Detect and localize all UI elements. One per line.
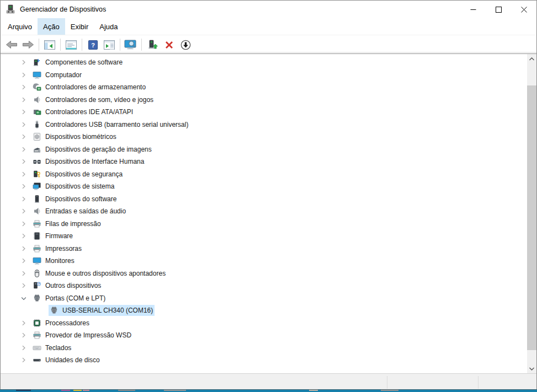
forward-button[interactable]	[20, 37, 36, 52]
device-manager-window: Gerenciador de Dispositivos ArquivoAçãoE…	[0, 0, 537, 389]
chevron-right-icon[interactable]	[19, 343, 28, 352]
chevron-right-icon[interactable]	[19, 170, 28, 179]
statusbar-separator	[478, 376, 478, 389]
chevron-right-icon[interactable]	[19, 207, 28, 216]
tree-item-usb-serial-ch340-com16[interactable]: USB-SERIAL CH340 (COM16)	[1, 304, 527, 317]
scroll-down-button[interactable]	[527, 364, 536, 373]
disable-device-button[interactable]	[177, 37, 194, 52]
tree-item-label: Processadores	[45, 319, 89, 327]
tree-item-monitores[interactable]: Monitores	[1, 255, 527, 267]
taskbar-edge	[0, 389, 537, 392]
chevron-right-icon[interactable]	[19, 58, 28, 67]
chevron-down-icon[interactable]	[19, 294, 28, 303]
tree-item-filas-de-impressao[interactable]: Filas de impressão	[1, 218, 527, 230]
hid-icon	[33, 157, 41, 166]
tree-item-label: Dispositivos do software	[45, 195, 116, 203]
menu-arquivo[interactable]: Arquivo	[2, 18, 38, 35]
chevron-right-icon[interactable]	[19, 269, 28, 278]
help-button[interactable]: ?	[84, 37, 101, 52]
toolbar: ?	[1, 36, 536, 54]
close-button[interactable]	[511, 1, 536, 18]
row-body: Computador	[31, 69, 83, 80]
window-play-icon	[104, 40, 115, 50]
chevron-right-icon[interactable]	[19, 195, 28, 203]
tree-item-processadores[interactable]: Processadores	[1, 317, 527, 330]
row-body: Dispositivos de geração de imagens	[31, 144, 153, 155]
toolbar-separator	[60, 39, 61, 51]
tree-item-controladores-de-armazenamento[interactable]: Controladores de armazenamento	[1, 81, 527, 94]
printer-icon	[33, 219, 41, 228]
minimize-button[interactable]	[460, 1, 486, 18]
menu-exibir[interactable]: Exibir	[65, 18, 94, 35]
scroll-up-button[interactable]	[527, 54, 536, 63]
chevron-right-icon[interactable]	[19, 95, 28, 104]
chevron-right-icon[interactable]	[19, 71, 28, 79]
scan-hardware-button[interactable]	[123, 37, 139, 52]
chevron-right-icon[interactable]	[19, 244, 28, 253]
tree-item-teclados[interactable]: Teclados	[1, 342, 527, 355]
row-body: ? Outros dispositivos	[31, 280, 103, 291]
row-body: Dispositivos de sistema	[31, 181, 116, 192]
software-device-icon	[33, 195, 41, 203]
tree-item-computador[interactable]: Computador	[1, 69, 527, 82]
properties-button[interactable]	[63, 37, 79, 52]
tree-item-dispositivos-de-interface-humana[interactable]: Dispositivos de Interface Humana	[1, 155, 527, 168]
maximize-button[interactable]	[486, 1, 511, 18]
tree-item-dispositivos-do-software[interactable]: Dispositivos do software	[1, 193, 527, 206]
chevron-right-icon[interactable]	[19, 132, 28, 141]
tree-item-dispositivos-de-seguranca[interactable]: Dispositivos de segurança	[1, 168, 527, 181]
tree-item-componentes-de-software[interactable]: Componentes de software	[1, 56, 527, 69]
standard-window-button[interactable]	[101, 37, 118, 52]
tree-item-label: Entradas e saídas de áudio	[45, 207, 126, 215]
close-icon	[521, 7, 527, 13]
row-body: Entradas e saídas de áudio	[31, 206, 127, 217]
chevron-right-icon[interactable]	[19, 182, 28, 191]
tree-item-dispositivos-biometricos[interactable]: Dispositivos biométricos	[1, 131, 527, 143]
taskbar-icon-edge	[118, 390, 135, 391]
tree-item-impressoras[interactable]: Impressoras	[1, 243, 527, 255]
menu-ajuda[interactable]: Ajuda	[94, 18, 123, 35]
chevron-right-icon[interactable]	[19, 319, 28, 327]
back-button[interactable]	[3, 37, 20, 52]
chevron-right-icon[interactable]	[19, 281, 28, 290]
storage-icon	[33, 83, 41, 92]
taskbar-icon-edge	[309, 390, 318, 391]
scrollbar-thumb[interactable]	[527, 85, 536, 350]
tree-item-label: USB-SERIAL CH340 (COM16)	[62, 307, 153, 314]
chevron-right-icon[interactable]	[19, 83, 28, 92]
tree-item-portas-com-e-lpt[interactable]: Portas (COM e LPT)	[1, 292, 527, 305]
vertical-scrollbar[interactable]	[527, 54, 536, 373]
update-driver-button[interactable]	[144, 37, 161, 52]
chevron-right-icon[interactable]	[19, 157, 28, 166]
tree-item-firmware[interactable]: Firmware	[1, 230, 527, 243]
row-body: Provedor de Impressão WSD	[31, 330, 133, 341]
status-bar	[1, 373, 536, 389]
tree-item-unidades-de-disco[interactable]: Unidades de disco	[1, 354, 527, 367]
show-console-tree-button[interactable]	[41, 37, 58, 52]
tree-item-label: Teclados	[45, 344, 71, 352]
printer-icon	[33, 244, 41, 253]
tree-item-outros-dispositivos[interactable]: ? Outros dispositivos	[1, 280, 527, 292]
tree-item-provedor-de-impressao-wsd[interactable]: Provedor de Impressão WSD	[1, 329, 527, 342]
chevron-right-icon[interactable]	[19, 108, 28, 116]
tree-item-controladores-ide-ata-atapi[interactable]: Controladores IDE ATA/ATAPI	[1, 106, 527, 119]
chevron-right-icon[interactable]	[19, 232, 28, 240]
chevron-right-icon[interactable]	[19, 120, 28, 129]
tree-item-label: Portas (COM e LPT)	[45, 294, 105, 302]
tree-item-dispositivos-de-sistema[interactable]: Dispositivos de sistema	[1, 180, 527, 193]
tree-item-entradas-e-saidas-de-audio[interactable]: Entradas e saídas de áudio	[1, 205, 527, 218]
uninstall-device-button[interactable]	[161, 37, 177, 52]
chevron-right-icon[interactable]	[19, 145, 28, 154]
chevron-right-icon[interactable]	[19, 219, 28, 228]
tree-item-controladores-usb-barramento-serial-universal[interactable]: Controladores USB (barramento serial uni…	[1, 119, 527, 131]
tree-item-label: Dispositivos de sistema	[45, 182, 114, 190]
menu-acao[interactable]: Ação	[38, 18, 65, 35]
tree-item-dispositivos-de-geracao-de-imagens[interactable]: Dispositivos de geração de imagens	[1, 143, 527, 156]
chevron-right-icon[interactable]	[19, 331, 28, 340]
tree-item-controladores-de-som-video-e-jogos[interactable]: Controladores de som, vídeo e jogos	[1, 94, 527, 106]
chevron-right-icon[interactable]	[19, 356, 28, 364]
chevron-down-icon	[529, 367, 534, 370]
tree-item-mouse-e-outros-dispositivos-apontadores[interactable]: Mouse e outros dispositivos apontadores	[1, 267, 527, 280]
title-bar[interactable]: Gerenciador de Dispositivos	[1, 1, 536, 18]
chevron-right-icon[interactable]	[19, 256, 28, 265]
